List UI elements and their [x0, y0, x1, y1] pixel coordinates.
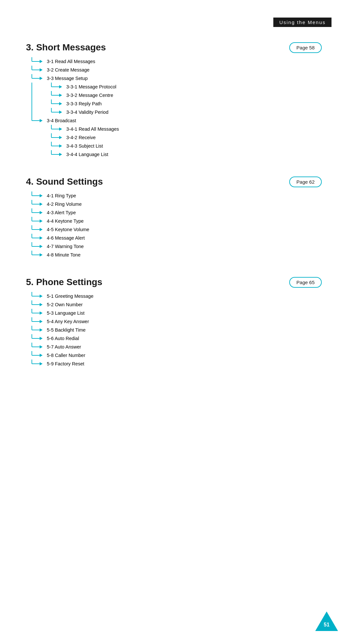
item-label: 5-3 Language List — [47, 310, 84, 316]
list-item: 5-3 Language List — [29, 309, 332, 317]
svg-marker-69 — [40, 303, 43, 306]
svg-marker-36 — [59, 144, 62, 148]
section-4-title: 4. Sound Settings — [26, 177, 332, 187]
item-label: 3-4 Broadcast — [47, 118, 76, 123]
tree-connector — [29, 125, 65, 133]
tree-connector — [29, 242, 46, 251]
section-5-tree: 5-1 Greeting Message 5-2 Own Number 5-3 … — [29, 292, 332, 368]
page-number-container: 51 — [315, 611, 338, 631]
svg-marker-90 — [40, 362, 43, 365]
svg-marker-54 — [40, 228, 43, 231]
svg-marker-8 — [40, 77, 43, 80]
svg-marker-51 — [40, 219, 43, 223]
list-item: 3-4-1 Read All Messages — [29, 125, 332, 133]
item-label: 3-1 Read All Messages — [47, 59, 95, 64]
tree-connector — [29, 234, 46, 242]
section-5: 5. Phone Settings Page 65 5-1 Greeting M… — [26, 277, 332, 368]
list-item: 3-4-3 Subject List — [29, 142, 332, 150]
item-label: 5-1 Greeting Message — [47, 294, 93, 299]
list-item: 5-2 Own Number — [29, 300, 332, 309]
tree-connector — [29, 334, 46, 343]
svg-marker-87 — [40, 354, 43, 357]
tree-connector — [29, 317, 46, 326]
list-item: 5-1 Greeting Message — [29, 292, 332, 300]
item-label: 4-6 Message Alert — [47, 235, 85, 241]
section-3: 3. Short Messages Page 58 3-1 Read All M… — [26, 42, 332, 159]
section-5-title: 5. Phone Settings — [26, 277, 332, 287]
page-triangle — [315, 611, 338, 631]
list-item: 3-3-4 Validity Period — [29, 108, 332, 116]
svg-marker-2 — [40, 60, 43, 63]
tree-connector — [29, 91, 65, 99]
svg-marker-66 — [40, 295, 43, 298]
section-4-badge: Page 62 — [289, 177, 322, 187]
tree-connector — [29, 57, 46, 66]
section-3-badge: Page 58 — [289, 42, 322, 53]
list-item: 3-4-2 Receive — [29, 133, 332, 142]
tree-connector — [29, 108, 65, 116]
tree-connector — [29, 150, 65, 159]
list-item: 5-7 Auto Answer — [29, 343, 332, 351]
tree-connector — [29, 300, 46, 309]
svg-marker-39 — [59, 153, 62, 156]
tree-connector — [29, 217, 46, 225]
list-item: 4-5 Keytone Volume — [29, 225, 332, 234]
main-content: 3. Short Messages Page 58 3-1 Read All M… — [26, 42, 332, 386]
item-label: 3-4-3 Subject List — [66, 143, 103, 149]
list-item: 4-4 Keytone Type — [29, 217, 332, 225]
item-label: 3-4-4 Language List — [66, 152, 108, 157]
list-item: 4-1 Ring Type — [29, 191, 332, 200]
svg-marker-78 — [40, 328, 43, 332]
tree-connector — [29, 326, 46, 334]
item-label: 5-9 Factory Reset — [47, 361, 84, 366]
svg-marker-72 — [40, 311, 43, 315]
tree-connector — [29, 292, 46, 300]
svg-marker-33 — [59, 136, 62, 139]
svg-marker-75 — [40, 320, 43, 323]
item-label: 3-4-1 Read All Messages — [66, 126, 119, 132]
svg-marker-16 — [59, 94, 62, 97]
item-label: 3-3-1 Message Protocol — [66, 84, 116, 89]
list-item: 4-8 Minute Tone — [29, 251, 332, 259]
item-label: 5-6 Auto Redial — [47, 336, 79, 341]
svg-marker-45 — [40, 203, 43, 206]
item-label: 3-3-4 Validity Period — [66, 110, 109, 115]
tree-connector — [29, 360, 46, 368]
page-number: 51 — [324, 622, 330, 628]
svg-marker-57 — [40, 236, 43, 240]
list-item: 3-1 Read All Messages — [29, 57, 332, 66]
tree-connector — [29, 142, 65, 150]
svg-marker-27 — [40, 119, 43, 122]
tree-connector — [29, 225, 46, 234]
tree-connector — [29, 251, 46, 259]
svg-marker-91 — [315, 611, 338, 631]
list-item: 4-2 Ring Volume — [29, 200, 332, 208]
item-label: 3-2 Create Message — [47, 67, 89, 72]
list-item: 5-4 Any Key Answer — [29, 317, 332, 326]
tree-connector — [29, 133, 65, 142]
tree-connector — [29, 343, 46, 351]
list-item: 5-6 Auto Redial — [29, 334, 332, 343]
list-item: 4-3 Alert Type — [29, 208, 332, 217]
tree-connector — [29, 83, 65, 91]
item-label: 3-3 Message Setup — [47, 76, 88, 81]
list-item: 3-3 Message Setup — [29, 74, 332, 83]
item-label: 5-2 Own Number — [47, 302, 83, 307]
item-label: 4-2 Ring Volume — [47, 202, 82, 207]
list-item: 4-7 Warning Tone — [29, 242, 332, 251]
item-label: 3-3-3 Reply Path — [66, 101, 102, 106]
tree-connector — [29, 208, 46, 217]
svg-marker-12 — [59, 85, 62, 88]
svg-marker-24 — [59, 111, 62, 114]
item-label: 4-7 Warning Tone — [47, 244, 84, 249]
item-label: 3-3-2 Message Centre — [66, 93, 113, 98]
item-label: 3-4-2 Receive — [66, 135, 96, 140]
item-label: 5-4 Any Key Answer — [47, 319, 89, 324]
svg-marker-48 — [40, 211, 43, 214]
tree-connector — [29, 66, 46, 74]
item-label: 4-8 Minute Tone — [47, 252, 81, 257]
section-5-badge: Page 65 — [289, 277, 322, 288]
item-label: 5-8 Caller Number — [47, 353, 85, 358]
list-item: 3-3-2 Message Centre — [29, 91, 332, 99]
list-item: 3-2 Create Message — [29, 66, 332, 74]
